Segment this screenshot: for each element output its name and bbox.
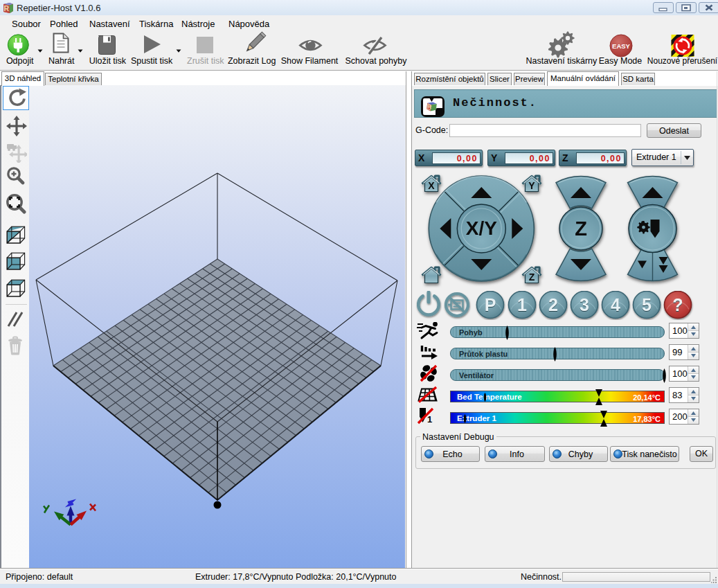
svg-text:1: 1 [427,414,432,425]
svg-text:Z: Z [575,217,587,240]
svg-text:2: 2 [548,295,558,314]
svg-text:5: 5 [642,295,652,314]
svg-text:P: P [485,295,496,314]
svg-text:Z: Z [529,271,535,283]
svg-text:EASY: EASY [612,42,631,50]
svg-text:3: 3 [580,295,589,314]
svg-text:4: 4 [611,295,620,314]
svg-text:Y: Y [528,180,535,191]
svg-text:R: R [4,4,10,12]
svg-text:1: 1 [517,295,527,314]
svg-text:X/Y: X/Y [466,217,497,239]
svg-text:?: ? [672,295,683,314]
svg-text:X: X [428,180,435,191]
